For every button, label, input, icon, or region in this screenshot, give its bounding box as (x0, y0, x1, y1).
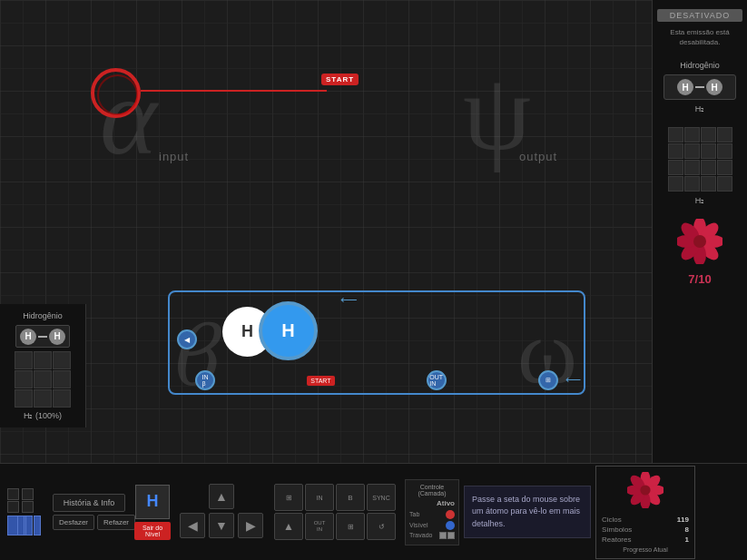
history-button[interactable]: História & Info (53, 494, 125, 512)
left-grid (15, 351, 71, 408)
stats-panel: Ciclos 119 Símbolos 8 Reatores 1 Progres… (595, 466, 695, 559)
tool-grid: ⊞ IN B SYNC ▲ OUTIN ⊞ ↺ (274, 484, 396, 540)
svg-point-8 (693, 235, 706, 248)
connector-out-in[interactable]: OUTIN (427, 370, 447, 390)
connector-left[interactable]: ◀ (177, 329, 197, 349)
connector-grid-right[interactable]: ⊞ (538, 370, 558, 390)
left-grid-cell (34, 370, 52, 388)
tool-out-btn[interactable]: OUTIN (305, 513, 334, 540)
right-mol-h-left: H (677, 79, 693, 95)
connector-in-beta[interactable]: INβ (195, 370, 215, 390)
svg-point-17 (640, 485, 650, 495)
disabled-badge: DESATIVADO (657, 9, 742, 22)
small-icon-2[interactable] (22, 488, 34, 500)
ctrl-layer-label: Controle (Camada) (409, 484, 455, 496)
mol-bond (38, 336, 47, 338)
left-molecule-display: H H (15, 325, 70, 348)
disabled-text: Esta emissão está desabilitada. (657, 27, 742, 47)
ctrl-locked-sq1 (439, 532, 447, 539)
grid-cell (684, 160, 700, 175)
ctrl-locked-row: Travado (409, 532, 455, 539)
tool-sync-btn[interactable]: SYNC (367, 484, 396, 511)
molecule-hh: H H (20, 329, 65, 345)
tool-rotate-btn[interactable]: ↺ (367, 513, 396, 540)
level-h-icon: H (135, 485, 170, 519)
left-grid-cell (53, 370, 71, 388)
grid-cell (684, 127, 700, 142)
input-label: input (159, 150, 189, 163)
mol-h-right: H (49, 329, 65, 345)
small-icons-area (7, 488, 34, 535)
ctrl-tab-indicator (446, 510, 455, 519)
tool-arrow-up[interactable]: ▲ (274, 513, 303, 540)
nav-down-button[interactable]: ▼ (209, 513, 234, 538)
circuit-arrows-right: ⟵ (565, 373, 581, 386)
right-molecule-title: Hidrogênio (657, 61, 742, 70)
grid-cell (701, 127, 716, 142)
control-panel: Controle (Camada) Ativo Tab Visível Trav… (405, 479, 459, 545)
right-h2-label: H₂ (657, 196, 742, 205)
progress-label: Progresso Atual (602, 546, 689, 553)
main-canvas[interactable]: α ψ input output START ϐ ω H H ◀ INβ (0, 0, 652, 463)
start-badge-red: START (321, 74, 359, 85)
ctrl-ativo-label: Ativo (409, 499, 455, 507)
score-text: 7/10 (657, 272, 742, 286)
h-atom-blue[interactable]: H (259, 301, 318, 360)
ctrl-visible-indicator (446, 521, 455, 530)
ctrl-locked-sq2 (447, 532, 455, 539)
right-molecule-label: H₂ (657, 104, 742, 113)
reactors-row: Reatores 1 (602, 535, 689, 544)
tool-b-btn[interactable]: B (336, 484, 365, 511)
grid-cell (717, 176, 732, 192)
input-line (141, 90, 327, 92)
grid-cell (668, 176, 683, 192)
input-connector[interactable] (91, 68, 141, 118)
nav-left-button[interactable]: ◀ (180, 513, 205, 538)
ctrl-tab-row: Tab (409, 510, 455, 519)
grid-cell (717, 143, 732, 159)
left-panel: Hidrogênio H H H₂ (100%) (0, 304, 86, 427)
left-grid-cell (34, 351, 52, 369)
redo-button[interactable]: Refazer (97, 515, 135, 530)
right-panel: DESATIVADO Esta emissão está desabilitad… (652, 0, 747, 463)
small-icon-4[interactable] (22, 501, 34, 513)
symbols-row: Símbolos 8 (602, 526, 689, 534)
left-grid-cell (15, 370, 33, 388)
exit-level-button[interactable]: Sair do Nível (134, 522, 171, 540)
grid-cell (717, 160, 732, 175)
grid-cell (684, 176, 700, 192)
tool-in-btn[interactable]: IN (305, 484, 334, 511)
ctrl-visible-row: Visível (409, 521, 455, 530)
right-molecule-hh: H H (677, 79, 722, 95)
grid-cell (668, 127, 683, 142)
start-badge-blue: START (307, 376, 334, 386)
left-label: H₂ (100%) (7, 411, 78, 420)
blue-circuit[interactable]: H H ◀ INβ START OUTIN ⊞ ⟵ ⟵ (168, 290, 585, 395)
flower-icon-stats (602, 472, 689, 512)
play-icon-area[interactable] (7, 516, 33, 535)
small-icon-3[interactable] (7, 501, 19, 513)
grid-cell (717, 127, 732, 142)
left-grid-cell (34, 389, 52, 408)
nav-up-button[interactable]: ▲ (209, 484, 234, 509)
grid-cell (701, 160, 716, 175)
right-mol-h-right: H (706, 79, 722, 95)
mol-h-left: H (20, 329, 36, 345)
ctrl-locked-indicators (439, 532, 455, 539)
small-icon-1[interactable] (7, 488, 19, 500)
left-grid-cell (53, 389, 71, 408)
undo-button[interactable]: Desfazer (53, 515, 94, 530)
tool-grid2-btn[interactable]: ⊞ (336, 513, 365, 540)
cycles-row: Ciclos 119 (602, 516, 689, 524)
left-grid-cell (15, 351, 33, 369)
nav-right-button[interactable]: ▶ (238, 513, 263, 538)
output-label: output (519, 150, 557, 163)
tool-grid-btn[interactable]: ⊞ (274, 484, 303, 511)
left-panel-title: Hidrogênio (7, 311, 78, 320)
right-molecule-display: H H (663, 74, 736, 100)
hover-panel: Passe a seta do mouse sobre um átomo par… (464, 486, 591, 539)
nav-grid: ▲ ◀ ▼ ▶ (180, 484, 265, 540)
right-mol-bond (695, 86, 704, 88)
level-icon-area: H Sair do Nível (134, 485, 171, 540)
grid-cell (684, 143, 700, 159)
